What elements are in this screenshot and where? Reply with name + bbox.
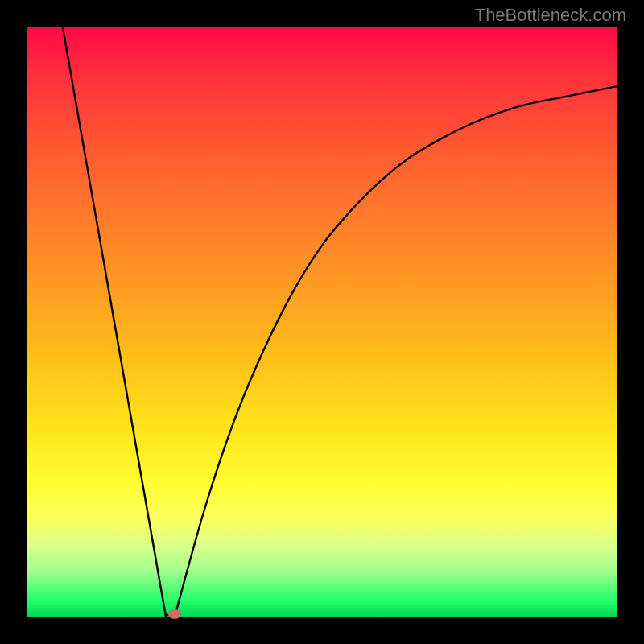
left-descent-line [63, 27, 166, 617]
chart-container: TheBottleneck.com [0, 0, 644, 644]
curve-svg [27, 27, 617, 617]
bottleneck-marker [168, 609, 181, 619]
right-ascending-curve [175, 86, 617, 617]
curve-path-group [63, 27, 617, 617]
watermark-text: TheBottleneck.com [475, 5, 626, 26]
plot-area [27, 27, 617, 617]
